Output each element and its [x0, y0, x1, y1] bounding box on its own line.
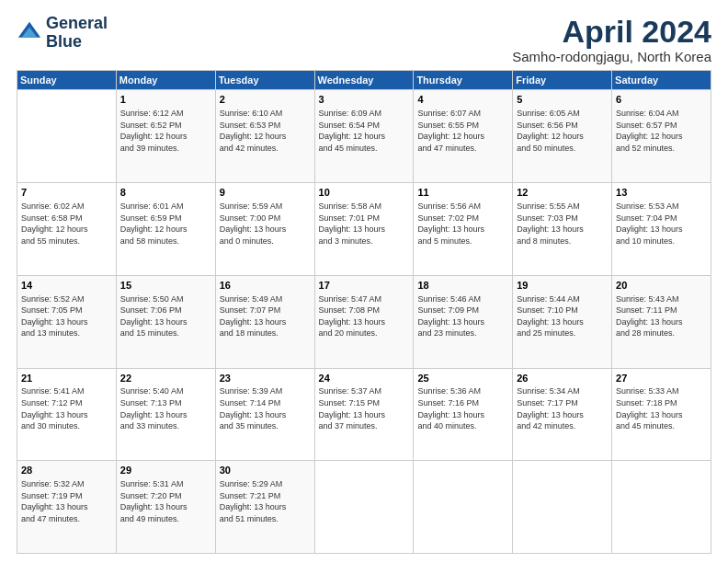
calendar-day-cell [414, 461, 513, 554]
day-info: Sunrise: 5:33 AM Sunset: 7:18 PM Dayligh… [616, 385, 707, 431]
day-number: 8 [120, 186, 211, 200]
day-number: 21 [21, 372, 112, 385]
weekday-header-cell: Tuesday [215, 71, 314, 90]
day-number: 15 [120, 279, 211, 293]
day-info: Sunrise: 5:46 AM Sunset: 7:09 PM Dayligh… [417, 293, 508, 339]
header: General Blue April 2024 Samho-rodongjagu… [17, 15, 711, 64]
calendar-day-cell: 17Sunrise: 5:47 AM Sunset: 7:08 PM Dayli… [314, 275, 414, 368]
day-number: 26 [517, 372, 608, 385]
calendar-body: 1Sunrise: 6:12 AM Sunset: 6:52 PM Daylig… [17, 90, 711, 554]
calendar-table: SundayMondayTuesdayWednesdayThursdayFrid… [17, 70, 711, 554]
page: General Blue April 2024 Samho-rodongjagu… [0, 0, 728, 563]
day-number: 5 [517, 93, 608, 107]
day-number: 30 [220, 464, 311, 477]
day-info: Sunrise: 5:37 AM Sunset: 7:15 PM Dayligh… [319, 385, 410, 431]
day-info: Sunrise: 5:49 AM Sunset: 7:07 PM Dayligh… [220, 293, 311, 339]
calendar-day-cell: 28Sunrise: 5:32 AM Sunset: 7:19 PM Dayli… [17, 461, 117, 554]
calendar-day-cell: 27Sunrise: 5:33 AM Sunset: 7:18 PM Dayli… [612, 368, 711, 461]
day-info: Sunrise: 6:02 AM Sunset: 6:58 PM Dayligh… [21, 201, 112, 247]
calendar-week-row: 28Sunrise: 5:32 AM Sunset: 7:19 PM Dayli… [17, 461, 711, 554]
calendar-day-cell: 22Sunrise: 5:40 AM Sunset: 7:13 PM Dayli… [116, 368, 215, 461]
day-number: 10 [319, 186, 410, 200]
day-info: Sunrise: 5:52 AM Sunset: 7:05 PM Dayligh… [21, 293, 112, 339]
day-info: Sunrise: 5:53 AM Sunset: 7:04 PM Dayligh… [616, 201, 707, 247]
day-info: Sunrise: 6:09 AM Sunset: 6:54 PM Dayligh… [319, 108, 410, 154]
day-number: 1 [120, 93, 211, 107]
day-number: 11 [417, 186, 508, 200]
day-info: Sunrise: 5:31 AM Sunset: 7:20 PM Dayligh… [120, 478, 211, 524]
calendar-day-cell: 14Sunrise: 5:52 AM Sunset: 7:05 PM Dayli… [17, 275, 117, 368]
day-number: 25 [417, 372, 508, 385]
day-info: Sunrise: 5:41 AM Sunset: 7:12 PM Dayligh… [21, 385, 112, 431]
calendar-day-cell: 11Sunrise: 5:56 AM Sunset: 7:02 PM Dayli… [414, 183, 513, 276]
calendar-day-cell: 8Sunrise: 6:01 AM Sunset: 6:59 PM Daylig… [116, 183, 215, 276]
calendar-day-cell [513, 461, 612, 554]
calendar-day-cell: 1Sunrise: 6:12 AM Sunset: 6:52 PM Daylig… [116, 90, 215, 183]
calendar-day-cell: 6Sunrise: 6:04 AM Sunset: 6:57 PM Daylig… [612, 90, 711, 183]
logo-line2: Blue [46, 33, 108, 52]
weekday-header-row: SundayMondayTuesdayWednesdayThursdayFrid… [17, 71, 711, 90]
calendar-day-cell: 23Sunrise: 5:39 AM Sunset: 7:14 PM Dayli… [215, 368, 314, 461]
day-info: Sunrise: 5:40 AM Sunset: 7:13 PM Dayligh… [120, 385, 211, 431]
calendar-week-row: 1Sunrise: 6:12 AM Sunset: 6:52 PM Daylig… [17, 90, 711, 183]
day-number: 29 [120, 464, 211, 477]
calendar-day-cell: 5Sunrise: 6:05 AM Sunset: 6:56 PM Daylig… [513, 90, 612, 183]
calendar-week-row: 7Sunrise: 6:02 AM Sunset: 6:58 PM Daylig… [17, 183, 711, 276]
day-info: Sunrise: 6:05 AM Sunset: 6:56 PM Dayligh… [517, 108, 608, 154]
day-number: 12 [517, 186, 608, 200]
day-number: 2 [220, 93, 311, 107]
calendar-day-cell [17, 90, 117, 183]
weekday-header-cell: Monday [116, 71, 215, 90]
day-number: 23 [220, 372, 311, 385]
day-info: Sunrise: 5:55 AM Sunset: 7:03 PM Dayligh… [517, 201, 608, 247]
day-info: Sunrise: 5:47 AM Sunset: 7:08 PM Dayligh… [319, 293, 410, 339]
day-info: Sunrise: 5:34 AM Sunset: 7:17 PM Dayligh… [517, 385, 608, 431]
calendar-day-cell: 13Sunrise: 5:53 AM Sunset: 7:04 PM Dayli… [612, 183, 711, 276]
calendar-day-cell: 29Sunrise: 5:31 AM Sunset: 7:20 PM Dayli… [116, 461, 215, 554]
calendar-day-cell: 24Sunrise: 5:37 AM Sunset: 7:15 PM Dayli… [314, 368, 414, 461]
calendar-day-cell: 9Sunrise: 5:59 AM Sunset: 7:00 PM Daylig… [215, 183, 314, 276]
calendar-day-cell: 10Sunrise: 5:58 AM Sunset: 7:01 PM Dayli… [314, 183, 414, 276]
calendar-day-cell: 21Sunrise: 5:41 AM Sunset: 7:12 PM Dayli… [17, 368, 117, 461]
logo-line1: General [46, 15, 108, 33]
calendar-day-cell: 12Sunrise: 5:55 AM Sunset: 7:03 PM Dayli… [513, 183, 612, 276]
day-number: 19 [517, 279, 608, 293]
weekday-header-cell: Saturday [612, 71, 711, 90]
day-number: 14 [21, 279, 112, 293]
calendar-day-cell [612, 461, 711, 554]
weekday-header-cell: Thursday [414, 71, 513, 90]
day-info: Sunrise: 5:39 AM Sunset: 7:14 PM Dayligh… [220, 385, 311, 431]
day-info: Sunrise: 6:07 AM Sunset: 6:55 PM Dayligh… [417, 108, 508, 154]
day-number: 9 [220, 186, 311, 200]
calendar-week-row: 21Sunrise: 5:41 AM Sunset: 7:12 PM Dayli… [17, 368, 711, 461]
month-title: April 2024 [512, 15, 711, 49]
calendar-day-cell [314, 461, 414, 554]
day-number: 4 [417, 93, 508, 107]
day-info: Sunrise: 6:01 AM Sunset: 6:59 PM Dayligh… [120, 201, 211, 247]
weekday-header-cell: Sunday [17, 71, 117, 90]
location: Samho-rodongjagu, North Korea [512, 49, 711, 64]
calendar-day-cell: 25Sunrise: 5:36 AM Sunset: 7:16 PM Dayli… [414, 368, 513, 461]
calendar-day-cell: 4Sunrise: 6:07 AM Sunset: 6:55 PM Daylig… [414, 90, 513, 183]
title-block: April 2024 Samho-rodongjagu, North Korea [512, 15, 711, 64]
day-number: 16 [220, 279, 311, 293]
calendar-day-cell: 20Sunrise: 5:43 AM Sunset: 7:11 PM Dayli… [612, 275, 711, 368]
logo-text: General Blue [46, 15, 108, 52]
calendar-day-cell: 18Sunrise: 5:46 AM Sunset: 7:09 PM Dayli… [414, 275, 513, 368]
calendar-day-cell: 16Sunrise: 5:49 AM Sunset: 7:07 PM Dayli… [215, 275, 314, 368]
day-info: Sunrise: 5:43 AM Sunset: 7:11 PM Dayligh… [616, 293, 707, 339]
calendar-header: SundayMondayTuesdayWednesdayThursdayFrid… [17, 71, 711, 90]
calendar-day-cell: 2Sunrise: 6:10 AM Sunset: 6:53 PM Daylig… [215, 90, 314, 183]
day-number: 18 [417, 279, 508, 293]
calendar-day-cell: 7Sunrise: 6:02 AM Sunset: 6:58 PM Daylig… [17, 183, 117, 276]
calendar-day-cell: 26Sunrise: 5:34 AM Sunset: 7:17 PM Dayli… [513, 368, 612, 461]
day-info: Sunrise: 5:44 AM Sunset: 7:10 PM Dayligh… [517, 293, 608, 339]
day-number: 24 [319, 372, 410, 385]
day-number: 7 [21, 186, 112, 200]
weekday-header-cell: Wednesday [314, 71, 414, 90]
calendar-day-cell: 19Sunrise: 5:44 AM Sunset: 7:10 PM Dayli… [513, 275, 612, 368]
day-number: 6 [616, 93, 707, 107]
calendar-day-cell: 15Sunrise: 5:50 AM Sunset: 7:06 PM Dayli… [116, 275, 215, 368]
weekday-header-cell: Friday [513, 71, 612, 90]
day-number: 20 [616, 279, 707, 293]
